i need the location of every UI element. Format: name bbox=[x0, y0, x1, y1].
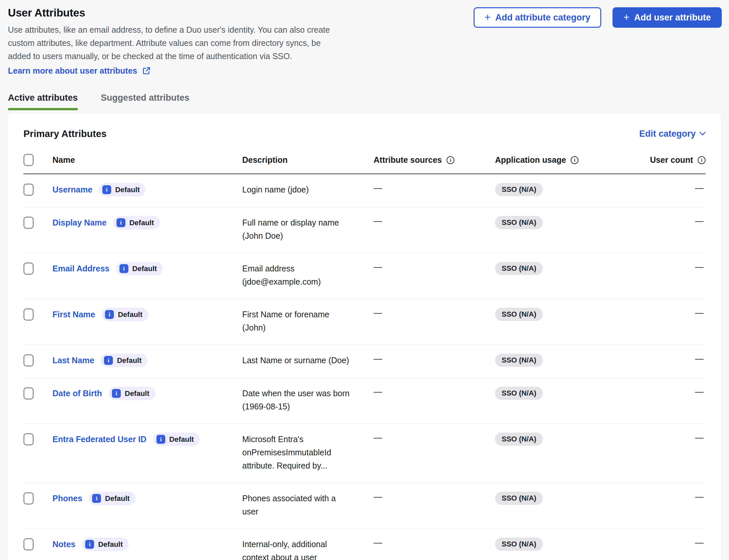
column-header-sources: Attribute sources bbox=[373, 155, 442, 165]
attribute-description: Login name (jdoe) bbox=[242, 183, 353, 196]
info-icon: i bbox=[112, 389, 121, 398]
application-usage-badge: SSO (N/A) bbox=[495, 433, 543, 446]
select-all-checkbox[interactable] bbox=[23, 154, 34, 166]
table-row: Username i Default Login name (jdoe) — S… bbox=[23, 174, 706, 207]
plus-icon: + bbox=[623, 12, 630, 22]
attribute-name-link[interactable]: Entra Federated User ID bbox=[52, 435, 147, 444]
page-description: Use attributes, like an email address, t… bbox=[8, 23, 338, 63]
user-count-value: — bbox=[695, 183, 706, 193]
header-actions: + Add attribute category + Add user attr… bbox=[473, 7, 722, 28]
attribute-name-link[interactable]: Email Address bbox=[52, 264, 110, 273]
attribute-sources-value: — bbox=[373, 387, 382, 397]
row-checkbox[interactable] bbox=[23, 433, 34, 445]
row-checkbox[interactable] bbox=[23, 184, 34, 196]
plus-icon: + bbox=[484, 12, 491, 22]
attribute-description: Phones associated with a user bbox=[242, 492, 353, 518]
attribute-description: Date when the user was born (1969-08-15) bbox=[242, 387, 353, 413]
attributes-table: Name Description Attribute sources i App… bbox=[23, 149, 706, 560]
default-badge-label: Default bbox=[115, 186, 140, 194]
external-link-icon bbox=[142, 66, 151, 75]
add-user-attribute-button[interactable]: + Add user attribute bbox=[612, 7, 722, 28]
attribute-name-link[interactable]: First Name bbox=[52, 310, 95, 319]
attribute-sources-value: — bbox=[373, 492, 382, 502]
attribute-name-link[interactable]: Phones bbox=[52, 494, 82, 503]
info-icon: i bbox=[117, 218, 125, 227]
info-icon[interactable]: i bbox=[571, 156, 578, 164]
attribute-name-link[interactable]: Date of Birth bbox=[52, 389, 102, 398]
default-badge: i Default bbox=[89, 492, 136, 505]
info-icon: i bbox=[120, 264, 128, 273]
chevron-down-icon bbox=[699, 129, 706, 135]
row-checkbox[interactable] bbox=[23, 492, 34, 505]
default-badge-label: Default bbox=[132, 264, 157, 273]
default-badge-label: Default bbox=[117, 356, 142, 365]
attribute-sources-value: — bbox=[373, 216, 382, 226]
category-title: Primary Attributes bbox=[23, 128, 107, 139]
edit-category-label: Edit category bbox=[639, 129, 696, 139]
table-row: Last Name i Default Last Name or surname… bbox=[23, 345, 706, 378]
application-usage-badge: SSO (N/A) bbox=[495, 262, 543, 275]
attribute-description: Email address (jdoe@example.com) bbox=[242, 262, 353, 288]
default-badge-label: Default bbox=[129, 219, 154, 227]
user-count-value: — bbox=[695, 216, 706, 226]
attribute-description: Last Name or surname (Doe) bbox=[242, 354, 353, 367]
tab-suggested-attributes[interactable]: Suggested attributes bbox=[101, 93, 190, 110]
application-usage-badge: SSO (N/A) bbox=[495, 216, 543, 229]
row-checkbox[interactable] bbox=[23, 217, 34, 229]
application-usage-badge: SSO (N/A) bbox=[495, 308, 543, 321]
column-header-count: User count bbox=[650, 155, 693, 165]
attribute-sources-value: — bbox=[373, 308, 382, 318]
attribute-name-link[interactable]: Username bbox=[52, 185, 92, 194]
tab-active-attributes[interactable]: Active attributes bbox=[8, 93, 78, 110]
table-row: Notes i Default Internal-only, additiona… bbox=[23, 529, 706, 560]
info-icon[interactable]: i bbox=[446, 156, 454, 164]
row-checkbox[interactable] bbox=[23, 263, 34, 275]
user-count-value: — bbox=[695, 492, 706, 502]
attribute-name-link[interactable]: Display Name bbox=[52, 218, 107, 227]
add-user-attribute-label: Add user attribute bbox=[634, 13, 711, 23]
default-badge-label: Default bbox=[118, 310, 143, 319]
card-header: Primary Attributes Edit category bbox=[23, 128, 706, 139]
column-header-description: Description bbox=[242, 155, 288, 165]
attribute-sources-value: — bbox=[373, 354, 382, 364]
table-row: Entra Federated User ID i Default Micros… bbox=[23, 424, 706, 483]
default-badge: i Default bbox=[82, 538, 129, 551]
row-checkbox[interactable] bbox=[23, 387, 34, 400]
edit-category-button[interactable]: Edit category bbox=[639, 129, 706, 139]
attribute-sources-value: — bbox=[373, 433, 382, 442]
learn-more-link[interactable]: Learn more about user attributes bbox=[8, 66, 151, 76]
user-count-value: — bbox=[695, 387, 706, 397]
row-checkbox[interactable] bbox=[23, 354, 34, 367]
row-checkbox[interactable] bbox=[23, 538, 34, 550]
attribute-sources-value: — bbox=[373, 538, 382, 547]
user-count-value: — bbox=[695, 308, 706, 318]
default-badge: i Default bbox=[101, 354, 148, 367]
default-badge: i Default bbox=[102, 308, 149, 321]
application-usage-badge: SSO (N/A) bbox=[495, 492, 543, 505]
user-count-value: — bbox=[695, 538, 706, 547]
primary-attributes-card: Primary Attributes Edit category Name De… bbox=[7, 113, 722, 560]
tab-bar: Active attributes Suggested attributes bbox=[0, 93, 729, 110]
table-row: Email Address i Default Email address (j… bbox=[23, 253, 706, 299]
info-icon[interactable]: i bbox=[698, 156, 706, 164]
default-badge: i Default bbox=[153, 433, 200, 446]
add-attribute-category-button[interactable]: + Add attribute category bbox=[473, 7, 601, 28]
table-row: Date of Birth i Default Date when the us… bbox=[23, 378, 706, 424]
user-count-value: — bbox=[695, 262, 706, 272]
user-count-value: — bbox=[695, 433, 706, 442]
row-checkbox[interactable] bbox=[23, 308, 34, 321]
application-usage-badge: SSO (N/A) bbox=[495, 354, 543, 367]
default-badge-label: Default bbox=[105, 494, 130, 503]
user-count-value: — bbox=[695, 354, 706, 364]
table-row: Phones i Default Phones associated with … bbox=[23, 483, 706, 529]
table-row: Display Name i Default Full name or disp… bbox=[23, 207, 706, 253]
default-badge: i Default bbox=[113, 216, 160, 229]
application-usage-badge: SSO (N/A) bbox=[495, 183, 543, 196]
attribute-sources-value: — bbox=[373, 183, 382, 193]
default-badge: i Default bbox=[116, 262, 163, 275]
attribute-name-link[interactable]: Last Name bbox=[52, 356, 94, 365]
attribute-name-link[interactable]: Notes bbox=[52, 540, 75, 549]
table-header-row: Name Description Attribute sources i App… bbox=[23, 149, 706, 174]
column-header-usage: Application usage bbox=[495, 155, 566, 165]
learn-more-label: Learn more about user attributes bbox=[8, 66, 137, 76]
